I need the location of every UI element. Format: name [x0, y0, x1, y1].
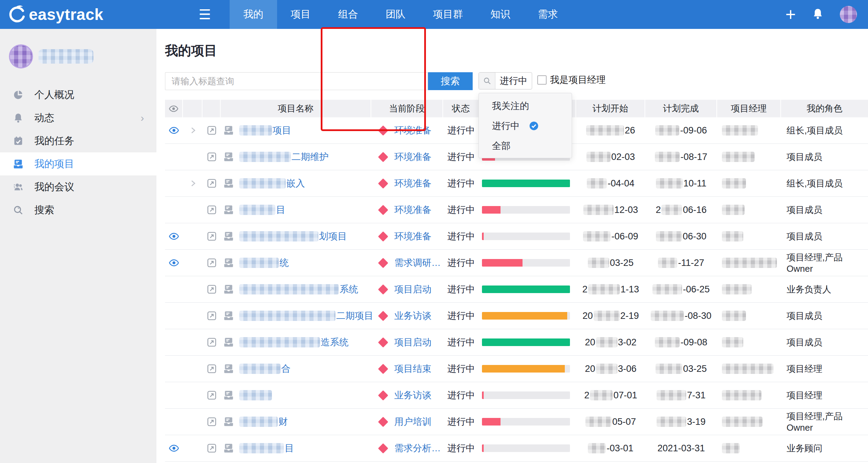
open-project-icon[interactable]	[206, 363, 217, 374]
stage-link[interactable]: 项目结束	[394, 363, 431, 375]
column-header-finish[interactable]: 计划完成	[645, 100, 717, 117]
project-name-link[interactable]: 统	[279, 257, 289, 269]
column-header-pm[interactable]: 项目经理	[717, 100, 781, 117]
expand-chevron-icon[interactable]	[188, 126, 197, 135]
stage-link[interactable]: 项目启动	[394, 283, 431, 295]
redacted-project-name	[239, 337, 320, 347]
project-name-link[interactable]: 造系统	[321, 336, 349, 348]
my-role-text: 项目经理,产品Owner	[787, 410, 868, 433]
sidebar-item-1[interactable]: 动态›	[0, 106, 156, 129]
user-avatar[interactable]	[840, 6, 857, 23]
notifications-bell-icon[interactable]	[812, 8, 824, 21]
navbar-tabs: 我的项目组合团队项目群知识需求	[230, 0, 572, 29]
my-role-text: 项目成员	[787, 230, 822, 243]
column-header-stage[interactable]: 当前阶段	[371, 100, 443, 117]
open-project-icon[interactable]	[206, 443, 217, 454]
open-project-icon[interactable]	[206, 178, 217, 189]
dropdown-option-0[interactable]: 我关注的	[479, 96, 572, 116]
sidebar-item-label: 动态	[34, 111, 54, 125]
project-name-link[interactable]: 目	[285, 442, 294, 454]
sidebar-item-label: 个人概况	[34, 88, 74, 102]
sidebar-item-5[interactable]: 搜索	[0, 198, 156, 222]
nav-tab-1[interactable]: 项目	[277, 0, 325, 29]
open-project-icon[interactable]	[206, 310, 217, 321]
column-header-status[interactable]: 状态	[443, 100, 479, 117]
watching-eye-icon[interactable]	[169, 258, 179, 268]
stage-link[interactable]: 业务访谈	[394, 310, 431, 322]
project-name-link[interactable]: 二期维护	[292, 151, 329, 163]
stage-link[interactable]: 环境准备	[394, 230, 431, 243]
nav-tab-2[interactable]: 组合	[325, 0, 372, 29]
pm-only-label: 我是项目经理	[550, 74, 606, 86]
project-name-link[interactable]: 目	[276, 204, 285, 216]
stage-link[interactable]: 环境准备	[394, 204, 431, 216]
checkbox-icon[interactable]	[537, 75, 547, 85]
project-name-link[interactable]: 二期项目	[336, 310, 373, 322]
profile-avatar[interactable]	[9, 44, 33, 68]
watching-eye-icon[interactable]	[169, 443, 179, 453]
open-project-icon[interactable]	[206, 125, 217, 136]
redacted-project-name	[239, 178, 286, 189]
sidebar-item-3[interactable]: 我的项目	[0, 152, 156, 175]
column-header-role[interactable]: 我的角色	[781, 100, 868, 117]
status-text: 进行中	[447, 230, 475, 243]
stage-link[interactable]: 用户培训	[394, 416, 431, 428]
open-project-icon[interactable]	[206, 337, 217, 348]
stage-link[interactable]: 需求调研阶段	[394, 257, 443, 269]
watching-eye-icon[interactable]	[169, 125, 179, 136]
sidebar-item-2[interactable]: 我的任务	[0, 129, 156, 152]
open-project-icon[interactable]	[206, 257, 217, 268]
dropdown-option-2[interactable]: 全部	[479, 136, 572, 156]
my-role-text: 项目经理,产品Owner	[787, 251, 868, 274]
status-text: 进行中	[447, 151, 475, 163]
stage-link[interactable]: 业务访谈	[394, 389, 431, 401]
planned-finish-date: 03-25	[645, 356, 717, 382]
chevron-right-icon[interactable]: ›	[141, 112, 144, 124]
column-header-name[interactable]: 项目名称	[221, 100, 371, 117]
project-name-link[interactable]: 划项目	[319, 230, 347, 243]
table-body: 项目 环境准备 进行中 26 -09-06 组长,项目成员	[165, 117, 868, 462]
status-filter-select[interactable]: 进行中	[479, 72, 532, 89]
nav-tab-0[interactable]: 我的	[230, 0, 277, 29]
nav-tab-3[interactable]: 团队	[372, 0, 419, 29]
planned-finish-date: 2021-03-31	[645, 435, 717, 461]
project-name-link[interactable]: 财	[278, 416, 288, 428]
stage-link[interactable]: 需求分析及…	[394, 442, 443, 454]
redacted-project-name	[239, 205, 275, 215]
stage-diamond-icon	[378, 443, 388, 453]
stage-link[interactable]: 环境准备	[394, 151, 431, 163]
project-name-link[interactable]: 项目	[273, 124, 291, 137]
stage-link[interactable]: 环境准备	[394, 124, 431, 137]
nav-tab-4[interactable]: 项目群	[419, 0, 477, 29]
add-icon[interactable]: +	[785, 6, 796, 23]
logo-swoosh-icon	[6, 3, 27, 25]
stage-link[interactable]: 环境准备	[394, 177, 431, 190]
nav-tab-5[interactable]: 知识	[477, 0, 524, 29]
sidebar-item-4[interactable]: 我的会议	[0, 175, 156, 198]
status-text: 进行中	[447, 177, 475, 190]
open-project-icon[interactable]	[206, 204, 217, 215]
column-header-start[interactable]: 计划开始	[576, 100, 645, 117]
open-project-icon[interactable]	[206, 390, 217, 401]
dropdown-option-1[interactable]: 进行中	[479, 116, 572, 136]
open-project-icon[interactable]	[206, 284, 217, 295]
hamburger-menu-icon[interactable]: ☰	[199, 8, 211, 21]
project-name-link[interactable]: 嵌入	[286, 177, 305, 190]
title-search-input[interactable]	[165, 72, 428, 90]
status-text: 进行中	[447, 363, 475, 375]
sidebar-item-0[interactable]: 个人概况	[0, 83, 156, 106]
table-row: 目 需求分析及… 进行中 -03-01 2021-03-31 业务顾问	[165, 435, 868, 462]
nav-tab-6[interactable]: 需求	[524, 0, 572, 29]
open-project-icon[interactable]	[206, 231, 217, 242]
stage-link[interactable]: 项目启动	[394, 336, 431, 348]
pm-only-checkbox[interactable]: 我是项目经理	[537, 74, 606, 86]
search-button[interactable]: 搜索	[428, 72, 473, 90]
watching-eye-icon[interactable]	[169, 231, 179, 241]
expand-chevron-icon[interactable]	[188, 179, 197, 188]
open-project-icon[interactable]	[206, 151, 217, 162]
open-project-icon[interactable]	[206, 416, 217, 427]
project-name-link[interactable]: 系统	[340, 283, 358, 295]
redacted-project-manager	[722, 205, 745, 215]
project-name-link[interactable]: 合	[281, 363, 290, 375]
page-title: 我的项目	[165, 42, 217, 60]
